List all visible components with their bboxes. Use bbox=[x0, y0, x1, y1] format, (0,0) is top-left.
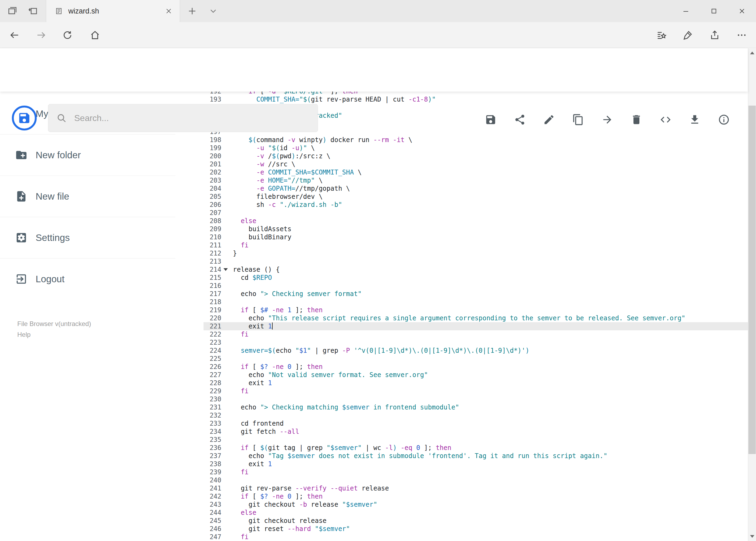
code-line[interactable]: 242 if [ $? -ne 0 ]; then bbox=[203, 492, 748, 500]
code-line[interactable]: 224 semver=$(echo "$1" | grep -P '^v(0|[… bbox=[203, 346, 748, 355]
favorites-hub-icon[interactable] bbox=[656, 30, 667, 41]
download-button[interactable] bbox=[689, 114, 701, 126]
line-number[interactable]: 192 bbox=[203, 92, 221, 95]
code-line[interactable]: 214release () { bbox=[203, 266, 748, 273]
code-line[interactable]: 216 bbox=[203, 282, 748, 290]
back-button[interactable] bbox=[9, 30, 20, 41]
line-number[interactable]: 223 bbox=[203, 338, 221, 346]
info-button[interactable] bbox=[718, 114, 730, 126]
code-line[interactable]: 192 if [ -d "$REPO/.git" ]; then bbox=[203, 92, 748, 95]
code-line[interactable]: 238 exit 1 bbox=[203, 460, 748, 468]
code-line[interactable]: 240 bbox=[203, 476, 748, 484]
code-line[interactable]: 199 -u "$(id -u)" \ bbox=[203, 144, 748, 152]
code-line[interactable]: 237 echo "Tag $semver does not exist in … bbox=[203, 452, 748, 460]
line-number[interactable]: 203 bbox=[203, 176, 221, 185]
code-line[interactable]: 207 bbox=[203, 209, 748, 217]
search-bar[interactable] bbox=[48, 104, 318, 132]
line-number[interactable]: 193 bbox=[203, 95, 221, 104]
source-code-button[interactable] bbox=[660, 114, 671, 126]
line-number[interactable]: 236 bbox=[203, 444, 221, 452]
line-number[interactable]: 239 bbox=[203, 468, 221, 476]
line-number[interactable]: 246 bbox=[203, 525, 221, 533]
close-button[interactable] bbox=[728, 0, 756, 22]
line-number[interactable]: 219 bbox=[203, 306, 221, 314]
line-number[interactable]: 210 bbox=[203, 233, 221, 241]
code-line[interactable]: 243 git checkout -b release "$semver" bbox=[203, 500, 748, 509]
line-number[interactable]: 211 bbox=[203, 241, 221, 249]
line-number[interactable]: 224 bbox=[203, 346, 221, 355]
browser-menu-icon[interactable] bbox=[736, 30, 747, 41]
line-number[interactable]: 225 bbox=[203, 355, 221, 363]
home-button[interactable] bbox=[90, 30, 101, 41]
line-number[interactable]: 205 bbox=[203, 193, 221, 201]
line-number[interactable]: 216 bbox=[203, 282, 221, 290]
code-line[interactable]: 222 fi bbox=[203, 330, 748, 338]
code-line[interactable]: 230 bbox=[203, 395, 748, 403]
line-number[interactable]: 221 bbox=[203, 322, 221, 330]
line-number[interactable]: 230 bbox=[203, 395, 221, 403]
code-line[interactable]: 200 -v /$(pwd):/src:z \ bbox=[203, 152, 748, 160]
code-line[interactable]: 247 fi bbox=[203, 533, 748, 541]
line-number[interactable]: 244 bbox=[203, 509, 221, 517]
line-number[interactable]: 222 bbox=[203, 330, 221, 338]
code-line[interactable]: 227 echo "Not valid semver format. See s… bbox=[203, 371, 748, 379]
line-number[interactable]: 243 bbox=[203, 500, 221, 509]
fold-arrow-icon[interactable] bbox=[223, 268, 228, 271]
line-number[interactable]: 206 bbox=[203, 201, 221, 209]
code-line[interactable]: 204 -e GOPATH=//tmp/gopath \ bbox=[203, 185, 748, 193]
code-line[interactable]: 221 exit 1 bbox=[203, 322, 748, 330]
line-number[interactable]: 214 bbox=[203, 266, 221, 273]
line-number[interactable]: 241 bbox=[203, 484, 221, 492]
line-number[interactable]: 240 bbox=[203, 476, 221, 484]
line-number[interactable]: 208 bbox=[203, 217, 221, 225]
code-line[interactable]: 202 -e COMMIT_SHA=$COMMIT_SHA \ bbox=[203, 168, 748, 176]
filebrowser-logo[interactable] bbox=[12, 106, 37, 131]
forward-button[interactable] bbox=[36, 30, 46, 41]
new-tab-button[interactable] bbox=[187, 6, 197, 16]
scroll-down-arrow-icon[interactable] bbox=[748, 532, 756, 541]
move-button[interactable] bbox=[601, 114, 613, 126]
code-line[interactable]: 236 if [ $(git tag | grep "$semver" | wc… bbox=[203, 444, 748, 452]
code-line[interactable]: 235 bbox=[203, 436, 748, 444]
sidebar-item-settings[interactable]: Settings bbox=[0, 217, 175, 258]
line-number[interactable]: 234 bbox=[203, 427, 221, 436]
code-line[interactable]: 231 echo "> Checking matching $semver in… bbox=[203, 403, 748, 411]
code-line[interactable]: 220 echo "This release script requires a… bbox=[203, 314, 748, 322]
line-number[interactable]: 199 bbox=[203, 144, 221, 152]
tab-preview-icon[interactable] bbox=[7, 6, 18, 16]
code-line[interactable]: 210 buildBinary bbox=[203, 233, 748, 241]
search-input[interactable] bbox=[74, 113, 310, 124]
code-line[interactable]: 232 bbox=[203, 411, 748, 419]
line-number[interactable]: 204 bbox=[203, 185, 221, 193]
code-line[interactable]: 208 else bbox=[203, 217, 748, 225]
web-notes-pen-icon[interactable] bbox=[682, 30, 693, 41]
sidebar-item-logout[interactable]: Logout bbox=[0, 258, 175, 299]
line-number[interactable]: 235 bbox=[203, 436, 221, 444]
tab-close-icon[interactable] bbox=[165, 8, 172, 15]
code-line[interactable]: 244 else bbox=[203, 509, 748, 517]
line-number[interactable]: 212 bbox=[203, 249, 221, 258]
tab-list-chevron-icon[interactable] bbox=[208, 6, 218, 16]
line-number[interactable]: 238 bbox=[203, 460, 221, 468]
refresh-button[interactable] bbox=[62, 30, 73, 41]
code-line[interactable]: 201 -w //src \ bbox=[203, 160, 748, 168]
line-number[interactable]: 242 bbox=[203, 492, 221, 500]
code-line[interactable]: 206 sh -c "./wizard.sh -b" bbox=[203, 201, 748, 209]
line-number[interactable]: 232 bbox=[203, 411, 221, 419]
line-number[interactable]: 201 bbox=[203, 160, 221, 168]
code-line[interactable]: 209 buildAssets bbox=[203, 225, 748, 233]
line-number[interactable]: 202 bbox=[203, 168, 221, 176]
copy-button[interactable] bbox=[572, 114, 584, 126]
line-number[interactable]: 231 bbox=[203, 403, 221, 411]
code-line[interactable]: 226 if [ $? -ne 0 ]; then bbox=[203, 363, 748, 371]
line-number[interactable]: 233 bbox=[203, 419, 221, 427]
code-line[interactable]: 241 git rev-parse --verify --quiet relea… bbox=[203, 484, 748, 492]
line-number[interactable]: 229 bbox=[203, 387, 221, 395]
line-number[interactable]: 226 bbox=[203, 363, 221, 371]
code-line[interactable]: 229 fi bbox=[203, 387, 748, 395]
code-line[interactable]: 213 bbox=[203, 258, 748, 266]
line-number[interactable]: 247 bbox=[203, 533, 221, 541]
code-line[interactable]: 218 bbox=[203, 298, 748, 306]
browser-tab[interactable]: wizard.sh bbox=[46, 0, 180, 22]
maximize-button[interactable] bbox=[700, 0, 728, 22]
